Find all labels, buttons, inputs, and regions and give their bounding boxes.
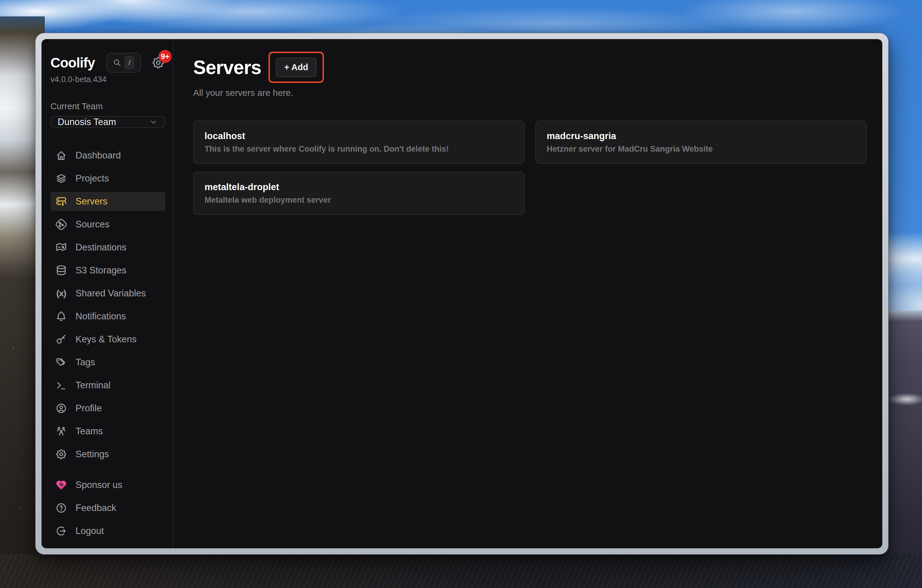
sidebar-item-tags[interactable]: Tags — [51, 353, 165, 372]
server-name: localhost — [204, 131, 513, 142]
add-server-button[interactable]: + Add — [276, 57, 317, 77]
user-circle-icon — [55, 402, 67, 414]
sidebar-item-label: Servers — [75, 196, 108, 207]
sidebar-item-label: Shared Variables — [75, 288, 146, 299]
main-content: Servers + Add All your servers are here.… — [173, 39, 882, 548]
sidebar-item-terminal[interactable]: Terminal — [51, 376, 165, 395]
slash-key-badge: / — [124, 56, 135, 70]
logout-icon — [55, 525, 67, 537]
current-team-label: Current Team — [51, 101, 165, 111]
sidebar-item-teams[interactable]: Teams — [51, 422, 165, 441]
team-dropdown-value: Dunosis Team — [57, 117, 116, 127]
server-bolt-icon — [55, 196, 67, 207]
coolify-window: Coolify / 9+ v4.0.0-beta.434 Current Tea… — [35, 33, 889, 555]
coolify-app: Coolify / 9+ v4.0.0-beta.434 Current Tea… — [41, 39, 882, 548]
mountain-right — [883, 310, 922, 588]
sidebar-item-servers[interactable]: Servers — [51, 192, 165, 211]
sidebar-item-label: S3 Storages — [75, 265, 127, 276]
page-subtitle: All your servers are here. — [193, 88, 867, 98]
mountain-bottom — [0, 554, 922, 588]
sidebar: Coolify / 9+ v4.0.0-beta.434 Current Tea… — [41, 39, 173, 548]
bell-icon — [55, 310, 67, 322]
sidebar-item-logout[interactable]: Logout — [51, 521, 165, 541]
heart-handshake-icon — [55, 479, 67, 491]
home-icon — [55, 150, 67, 162]
server-description: This is the server where Coolify is runn… — [204, 144, 513, 154]
sidebar-item-dashboard[interactable]: Dashboard — [51, 146, 165, 165]
sidebar-item-shared-variables[interactable]: (x) Shared Variables — [51, 284, 165, 303]
sidebar-item-profile[interactable]: Profile — [51, 399, 165, 418]
sidebar-item-label: Settings — [75, 449, 109, 460]
key-icon — [55, 333, 67, 345]
server-description: Hetzner server for MadCru Sangria Websit… — [547, 144, 855, 154]
sidebar-item-projects[interactable]: Projects — [51, 169, 165, 188]
terminal-icon — [55, 379, 67, 391]
sidebar-item-notifications[interactable]: Notifications — [51, 307, 165, 326]
sidebar-footer-nav: Sponsor us Feedback Logout — [51, 475, 165, 544]
version-label: v4.0.0-beta.434 — [51, 75, 165, 84]
sidebar-item-label: Projects — [75, 173, 109, 184]
git-source-icon — [55, 219, 67, 230]
sidebar-item-s3-storages[interactable]: S3 Storages — [51, 261, 165, 280]
notifications-settings-button[interactable]: 9+ — [151, 56, 165, 70]
add-button-annotation: + Add — [268, 52, 324, 83]
variables-icon: (x) — [55, 289, 67, 299]
sidebar-item-label: Feedback — [75, 503, 116, 513]
sidebar-item-label: Terminal — [75, 380, 111, 391]
search-icon — [113, 58, 121, 67]
server-description: Metaltela web deployment server — [204, 196, 513, 205]
sidebar-item-label: Notifications — [75, 311, 126, 322]
users-group-icon — [55, 425, 67, 437]
sidebar-item-label: Dashboard — [75, 150, 121, 161]
sidebar-item-feedback[interactable]: Feedback — [51, 498, 165, 518]
layers-icon — [55, 173, 67, 185]
gear-icon — [55, 448, 67, 460]
server-list: localhost This is the server where Cooli… — [193, 121, 867, 215]
server-name: madcru-sangria — [547, 131, 855, 142]
sidebar-item-destinations[interactable]: Destinations — [51, 238, 165, 257]
help-circle-icon — [55, 502, 67, 514]
notification-badge: 9+ — [159, 50, 172, 63]
sidebar-item-keys-tokens[interactable]: Keys & Tokens — [51, 330, 165, 349]
sidebar-item-label: Sources — [75, 219, 110, 230]
sidebar-nav: Dashboard Projects Servers Sources Desti… — [51, 146, 165, 468]
tags-icon — [55, 356, 67, 368]
sidebar-item-sponsor-us[interactable]: Sponsor us — [51, 475, 165, 495]
server-card-localhost[interactable]: localhost This is the server where Cooli… — [193, 121, 525, 164]
sidebar-item-label: Keys & Tokens — [75, 334, 136, 345]
page-header: Servers + Add — [193, 52, 867, 83]
server-card-metaltela-droplet[interactable]: metaltela-droplet Metaltela web deployme… — [193, 172, 525, 215]
chevron-down-icon — [149, 118, 158, 127]
map-x-icon — [55, 242, 67, 253]
sidebar-item-settings[interactable]: Settings — [51, 445, 165, 464]
sidebar-item-label: Sponsor us — [75, 480, 123, 490]
server-name: metaltela-droplet — [204, 182, 513, 193]
brand-title: Coolify — [51, 55, 95, 71]
sidebar-item-label: Tags — [75, 357, 95, 368]
database-icon — [55, 265, 67, 276]
sidebar-header: Coolify / 9+ — [51, 53, 165, 72]
page-title: Servers — [193, 56, 261, 78]
sidebar-item-label: Logout — [75, 526, 104, 536]
sidebar-item-sources[interactable]: Sources — [51, 215, 165, 234]
sidebar-item-label: Destinations — [75, 242, 127, 253]
search-button[interactable]: / — [106, 53, 141, 72]
sidebar-item-label: Teams — [75, 426, 103, 437]
server-card-madcru-sangria[interactable]: madcru-sangria Hetzner server for MadCru… — [535, 121, 867, 164]
sidebar-item-label: Profile — [75, 403, 102, 414]
team-dropdown[interactable]: Dunosis Team — [51, 116, 165, 128]
